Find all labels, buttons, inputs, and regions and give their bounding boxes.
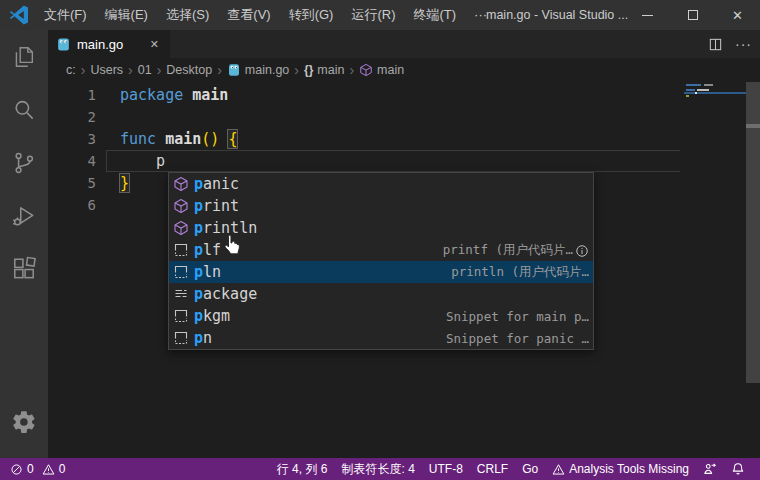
go-file-icon [227,63,241,77]
tab-label: main.go [77,37,123,52]
breadcrumb-separator: › [213,62,226,78]
snippet-icon [173,242,189,258]
run-debug-icon [11,203,37,229]
keyword-icon [173,286,189,302]
suggest-detail: printf (用户代码片… [443,242,573,259]
suggest-item-package[interactable]: package [169,283,593,305]
extensions-icon [11,256,37,282]
suggest-item-panic[interactable]: panic [169,173,593,195]
split-editor-icon[interactable] [708,37,723,52]
breadcrumb-item-01[interactable]: 01 [137,63,153,77]
snippet-icon [173,308,189,324]
menu-item-1[interactable]: 编辑(E) [96,0,157,30]
suggest-detail: Snippet for main p… [446,309,589,324]
scrollbar-cursor-mark [746,124,760,128]
error-count: 0 [27,462,34,476]
code-text: } [96,172,129,194]
bell-icon [731,462,745,476]
suggest-label: panic [194,175,239,193]
activitybar-explorer[interactable] [0,30,48,83]
breadcrumb-item-c[interactable]: c: [65,63,77,77]
source-control-icon [11,150,37,176]
tab-main-go[interactable]: main.go ✕ [48,30,170,58]
feedback-icon [703,462,717,476]
maximize-button[interactable] [670,0,715,30]
breadcrumb-separator: › [124,62,137,78]
suggest-detail: println (用户代码片… [451,264,589,281]
go-file-icon [56,37,71,52]
breadcrumb-separator: › [290,62,303,78]
code-text [96,194,120,216]
breadcrumb: c:›Users›01›Desktop›main.go›{}main›main [48,58,760,82]
explorer-icon [11,44,37,70]
breadcrumb-separator: › [345,62,358,78]
breadcrumb-item-users[interactable]: Users [89,63,124,77]
status-eol[interactable]: CRLF [470,458,515,480]
warnings-icon [42,463,55,476]
warning-icon [552,463,565,476]
vscode-logo-icon [9,5,29,25]
suggest-widget: panicprintprintlnplfprintf (用户代码片…plnpri… [168,172,594,350]
menu-item-0[interactable]: 文件(F) [35,0,96,30]
breadcrumb-item-desktop[interactable]: Desktop [165,63,213,77]
suggest-item-print[interactable]: print [169,195,593,217]
line-number: 6 [48,194,96,216]
snippet-icon [173,330,189,346]
tab-bar: main.go ✕ ··· [48,30,760,58]
problems-status[interactable]: 0 0 [8,458,67,480]
close-button[interactable]: ✕ [715,0,760,30]
function-icon [173,198,189,214]
settings-gear-icon [11,409,37,435]
status-language-mode[interactable]: Go [515,458,545,480]
suggest-label: print [194,197,239,215]
menu-item-3[interactable]: 查看(V) [218,0,279,30]
symbol-cube-icon [359,63,373,77]
line-number: 4 [48,150,96,172]
line-number: 5 [48,172,96,194]
close-icon: ✕ [732,8,743,23]
menu-item-6[interactable]: 终端(T) [404,0,465,30]
breadcrumb-item-maingo[interactable]: main.go [226,63,290,77]
code-line[interactable]: 3func main() { [48,128,760,150]
suggest-item-println[interactable]: println [169,217,593,239]
line-number: 3 [48,128,96,150]
suggest-label: pln [194,263,221,281]
minimize-button[interactable] [625,0,670,30]
activity-bar [0,30,48,458]
menu-item-4[interactable]: 转到(G) [280,0,343,30]
activitybar-search[interactable] [0,83,48,136]
breadcrumb-item-main[interactable]: {}main [303,63,345,77]
activitybar-source-control[interactable] [0,136,48,189]
suggest-item-pn[interactable]: pnSnippet for panic … [169,327,593,349]
menu-item-2[interactable]: 选择(S) [157,0,218,30]
titlebar: 文件(F)编辑(E)选择(S)查看(V)转到(G)运行(R)终端(T)··· m… [0,0,760,30]
status-cursor-position[interactable]: 行 4, 列 6 [270,458,335,480]
suggest-label: package [194,285,257,303]
status-analysis-tools-missing[interactable]: Analysis Tools Missing [545,458,696,480]
breadcrumb-item-main[interactable]: main [358,63,405,77]
status-feedback[interactable] [696,458,724,480]
status-encoding[interactable]: UTF-8 [422,458,470,480]
status-tab-size[interactable]: 制表符长度: 4 [334,458,421,480]
info-icon[interactable] [575,243,589,257]
function-icon [173,220,189,236]
activitybar-extensions[interactable] [0,242,48,295]
minimize-icon [642,15,653,16]
braces-icon: {} [304,63,313,77]
status-notifications[interactable] [724,458,752,480]
suggest-item-plf[interactable]: plfprintf (用户代码片… [169,239,593,261]
code-line[interactable]: 2 [48,106,760,128]
menu-item-5[interactable]: 运行(R) [342,0,404,30]
code-line-current[interactable]: 4 p [48,150,760,172]
status-bar: 0 0 行 4, 列 6制表符长度: 4UTF-8CRLFGoAnalysis … [0,458,760,480]
warning-count: 0 [59,462,66,476]
line-number: 1 [48,84,96,106]
activitybar-settings-gear[interactable] [0,395,48,448]
editor-more-actions-icon[interactable]: ··· [735,30,752,58]
activitybar-run-debug[interactable] [0,189,48,242]
suggest-item-pkgm[interactable]: pkgmSnippet for main p… [169,305,593,327]
tab-close-icon[interactable]: ✕ [147,37,162,52]
code-line[interactable]: 1package main [48,84,760,106]
scrollbar[interactable] [746,82,760,383]
suggest-item-pln[interactable]: plnprintln (用户代码片… [169,261,593,283]
